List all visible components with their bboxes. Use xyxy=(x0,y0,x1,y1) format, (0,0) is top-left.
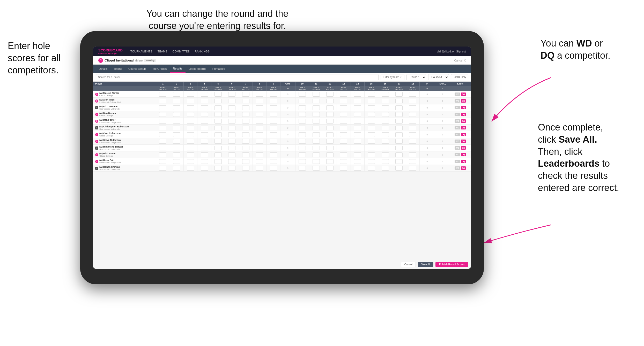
score-input-h2-p5[interactable] xyxy=(173,126,180,130)
wd-button-row-7[interactable]: WD xyxy=(455,140,460,143)
score-input-h6-p8[interactable] xyxy=(228,146,235,150)
score-input-h7-p4[interactable] xyxy=(242,119,249,124)
score-input-h15-p2[interactable] xyxy=(368,105,375,110)
hole-1-input-row-8[interactable] xyxy=(156,145,170,151)
hole-4-input-row-3[interactable] xyxy=(197,111,211,118)
hole-11-input-row-11[interactable] xyxy=(309,165,323,172)
hole-12-input-row-10[interactable] xyxy=(323,158,337,165)
hole-6-input-row-7[interactable] xyxy=(225,138,239,145)
hole-10-input-row-10[interactable] xyxy=(295,158,309,165)
score-input-h6-p11[interactable] xyxy=(228,166,235,171)
hole-12-input-row-5[interactable] xyxy=(323,125,337,131)
hole-9-input-row-2[interactable] xyxy=(267,104,280,111)
score-input-h8-p10[interactable] xyxy=(256,159,263,164)
score-input-h17-p11[interactable] xyxy=(395,166,403,171)
hole-16-input-row-2[interactable] xyxy=(378,104,392,111)
score-input-h9-p3[interactable] xyxy=(270,112,277,117)
hole-14-input-row-7[interactable] xyxy=(351,138,364,145)
score-input-h1-p10[interactable] xyxy=(159,159,166,164)
hole-11-input-row-3[interactable] xyxy=(309,111,323,118)
score-input-h2-p10[interactable] xyxy=(173,159,180,164)
score-input-h14-p6[interactable] xyxy=(354,132,361,137)
hole-8-input-row-5[interactable] xyxy=(253,125,266,131)
score-input-h4-p9[interactable] xyxy=(201,152,208,157)
hole-7-input-row-3[interactable] xyxy=(239,111,253,118)
hole-18-input-row-8[interactable] xyxy=(406,145,420,151)
nav-rankings[interactable]: RANKINGS xyxy=(195,50,210,53)
score-input-h8-p0[interactable] xyxy=(256,92,263,97)
hole-16-input-row-0[interactable] xyxy=(378,91,392,98)
score-input-h2-p0[interactable] xyxy=(173,92,180,97)
hole-15-input-row-6[interactable] xyxy=(364,131,378,138)
score-input-h6-p6[interactable] xyxy=(228,132,235,137)
score-input-h17-p6[interactable] xyxy=(395,132,403,137)
hole-2-input-row-4[interactable] xyxy=(170,118,183,125)
hole-2-input-row-5[interactable] xyxy=(170,125,183,131)
score-input-h6-p2[interactable] xyxy=(228,105,235,110)
hole-8-input-row-4[interactable] xyxy=(253,118,266,125)
score-input-h15-p9[interactable] xyxy=(368,152,375,157)
score-input-h16-p2[interactable] xyxy=(382,105,389,110)
hole-17-input-row-3[interactable] xyxy=(392,111,406,118)
score-input-h11-p6[interactable] xyxy=(313,132,320,137)
hole-15-input-row-4[interactable] xyxy=(364,118,378,125)
score-input-h9-p6[interactable] xyxy=(270,132,277,137)
score-input-h6-p9[interactable] xyxy=(228,152,235,157)
wd-button-row-1[interactable]: WD xyxy=(455,99,460,103)
dq-button-row-7[interactable]: DQ xyxy=(461,140,466,143)
hole-1-input-row-7[interactable] xyxy=(156,138,170,145)
score-input-h16-p10[interactable] xyxy=(382,159,389,164)
score-input-h15-p4[interactable] xyxy=(368,119,375,124)
hole-18-input-row-9[interactable] xyxy=(406,151,420,158)
hole-12-input-row-8[interactable] xyxy=(323,145,337,151)
hole-8-input-row-0[interactable] xyxy=(253,91,266,98)
hole-18-input-row-5[interactable] xyxy=(406,125,420,131)
hole-2-input-row-8[interactable] xyxy=(170,145,183,151)
wd-button-row-11[interactable]: WD xyxy=(455,166,460,170)
hole-14-input-row-2[interactable] xyxy=(351,104,364,111)
score-input-h5-p5[interactable] xyxy=(214,126,222,130)
hole-16-input-row-1[interactable] xyxy=(378,98,392,104)
hole-3-input-row-0[interactable] xyxy=(183,91,197,98)
hole-1-input-row-6[interactable] xyxy=(156,131,170,138)
wd-button-row-10[interactable]: WD xyxy=(455,160,460,163)
score-input-h10-p5[interactable] xyxy=(299,126,306,130)
score-input-h9-p10[interactable] xyxy=(270,159,277,164)
hole-2-input-row-0[interactable] xyxy=(170,91,183,98)
score-input-h17-p7[interactable] xyxy=(395,139,403,144)
publish-round-scores-button[interactable]: Publish Round Scores xyxy=(435,262,468,267)
hole-8-input-row-3[interactable] xyxy=(253,111,266,118)
score-input-h13-p11[interactable] xyxy=(340,166,347,171)
score-input-h6-p5[interactable] xyxy=(228,126,235,130)
score-input-h17-p0[interactable] xyxy=(395,92,403,97)
score-input-h16-p1[interactable] xyxy=(382,99,389,103)
hole-3-input-row-7[interactable] xyxy=(183,138,197,145)
hole-1-input-row-11[interactable] xyxy=(156,165,170,172)
hole-13-input-row-8[interactable] xyxy=(337,145,351,151)
score-input-h11-p0[interactable] xyxy=(313,92,320,97)
score-input-h7-p2[interactable] xyxy=(242,105,249,110)
hole-2-input-row-10[interactable] xyxy=(170,158,183,165)
score-input-h13-p7[interactable] xyxy=(340,139,347,144)
hole-2-input-row-7[interactable] xyxy=(170,138,183,145)
score-input-h12-p4[interactable] xyxy=(326,119,334,124)
score-input-h18-p6[interactable] xyxy=(409,132,416,137)
hole-16-input-row-4[interactable] xyxy=(378,118,392,125)
hole-11-input-row-8[interactable] xyxy=(309,145,323,151)
hole-7-input-row-1[interactable] xyxy=(239,98,253,104)
score-input-h1-p11[interactable] xyxy=(159,166,166,171)
score-input-h15-p7[interactable] xyxy=(368,139,375,144)
nav-committee[interactable]: COMMITTEE xyxy=(173,50,190,53)
score-input-h15-p11[interactable] xyxy=(368,166,375,171)
score-input-h12-p5[interactable] xyxy=(326,126,334,130)
score-input-h1-p9[interactable] xyxy=(159,152,166,157)
hole-18-input-row-11[interactable] xyxy=(406,165,420,172)
hole-5-input-row-3[interactable] xyxy=(211,111,225,118)
hole-14-input-row-5[interactable] xyxy=(351,125,364,131)
score-input-h5-p0[interactable] xyxy=(214,92,222,97)
hole-4-input-row-11[interactable] xyxy=(197,165,211,172)
hole-15-input-row-10[interactable] xyxy=(364,158,378,165)
tab-printables[interactable]: Printables xyxy=(209,65,228,73)
score-input-h10-p1[interactable] xyxy=(299,99,306,103)
score-input-h11-p8[interactable] xyxy=(313,146,320,150)
